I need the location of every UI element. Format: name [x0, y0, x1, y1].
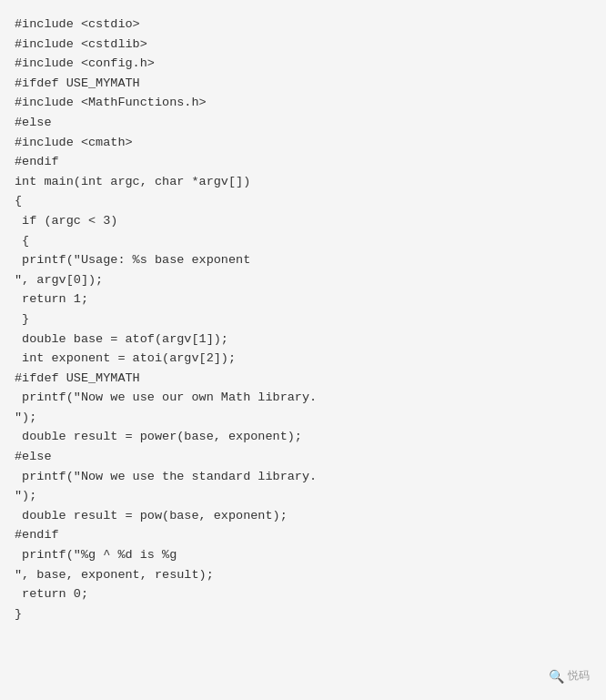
code-line: #include <config.h> [15, 54, 591, 74]
code-line: int main(int argc, char *argv[]) [15, 172, 591, 192]
code-line: } [15, 309, 591, 330]
code-line: "); [15, 486, 591, 506]
watermark-icon: 🔍 [549, 669, 564, 684]
code-line: printf("Now we use our own Math library. [15, 388, 591, 408]
code-line: { [15, 231, 591, 251]
code-line: printf("%g ^ %d is %g [15, 545, 591, 565]
code-line: return 1; [15, 289, 591, 309]
code-line: #endif [15, 525, 591, 545]
code-line: return 0; [15, 584, 591, 604]
code-line: #else [15, 113, 591, 133]
code-line: #endif [15, 152, 591, 172]
code-line: double base = atof(argv[1]); [15, 330, 591, 350]
code-line: { [15, 191, 591, 211]
code-line: ", argv[0]); [15, 270, 591, 290]
code-line: } [15, 604, 591, 624]
watermark-text: 悦码 [568, 668, 590, 684]
code-line: #include <cstdlib> [15, 35, 591, 55]
code-line: #ifdef USE_MYMATH [15, 74, 591, 94]
code-line: printf("Usage: %s base exponent [15, 250, 591, 270]
watermark: 🔍 悦码 [549, 668, 590, 684]
code-line: double result = power(base, exponent); [15, 427, 591, 447]
code-block: #include <cstdio>#include <cstdlib>#incl… [15, 15, 591, 624]
code-line: #include <MathFunctions.h> [15, 93, 591, 113]
code-line: #ifdef USE_MYMATH [15, 369, 591, 389]
code-line: printf("Now we use the standard library. [15, 467, 591, 487]
code-line: #else [15, 447, 591, 467]
code-line: #include <cmath> [15, 133, 591, 153]
code-line: int exponent = atoi(argv[2]); [15, 349, 591, 369]
code-line: ", base, exponent, result); [15, 565, 591, 585]
code-container: #include <cstdio>#include <cstdlib>#incl… [0, 0, 606, 700]
code-line: "); [15, 408, 591, 428]
code-line: double result = pow(base, exponent); [15, 506, 591, 526]
code-line: #include <cstdio> [15, 15, 591, 35]
code-line: if (argc < 3) [15, 211, 591, 231]
